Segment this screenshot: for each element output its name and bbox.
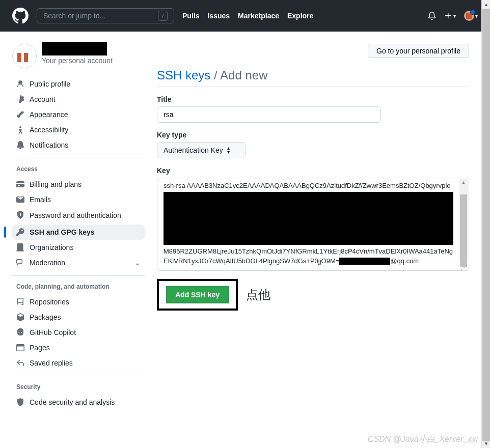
- section-security: Security: [12, 379, 145, 395]
- shield-icon: [16, 398, 24, 406]
- title-label: Title: [157, 95, 469, 103]
- keytype-label: Key type: [157, 131, 469, 139]
- repo-icon: [16, 298, 24, 306]
- nav-moderation[interactable]: Moderation⌄: [12, 255, 145, 270]
- watermark: CSDN @Java小白_Xerxer_xxi: [368, 434, 478, 445]
- add-ssh-key-button[interactable]: Add SSH key: [166, 286, 229, 303]
- scroll-down-icon[interactable]: ▼: [482, 439, 490, 448]
- accessibility-icon: [16, 126, 24, 134]
- nav-code-security[interactable]: Code security and analysis: [12, 395, 145, 410]
- nav-organizations[interactable]: Organizations: [12, 240, 145, 255]
- paintbrush-icon: [16, 110, 24, 119]
- annotation-text: 点他: [246, 287, 270, 303]
- section-code: Code, planning, and automation: [12, 279, 145, 294]
- shield-lock-icon: [16, 211, 24, 219]
- textarea-scrollbar[interactable]: ▲: [459, 179, 468, 260]
- page-scrollbar[interactable]: ▲ ▼: [481, 0, 490, 448]
- reply-icon: [16, 359, 24, 367]
- nav-password[interactable]: Password and authentication: [12, 207, 145, 225]
- chevron-down-icon: ⌄: [134, 259, 141, 267]
- profile-header: Your personal account: [12, 44, 145, 68]
- nav-marketplace[interactable]: Marketplace: [238, 12, 279, 20]
- key-label: Key: [157, 166, 469, 175]
- profile-subtitle: Your personal account: [42, 57, 113, 65]
- search-input[interactable]: [43, 12, 158, 20]
- key-textarea[interactable]: ssh-rsa AAAAB3NzaC1yc2EAAAADAQABAAABgQCz…: [157, 178, 469, 271]
- nav-packages[interactable]: Packages: [12, 310, 145, 325]
- search-slash-hint: /: [158, 11, 168, 21]
- header-nav: Pulls Issues Marketplace Explore: [182, 12, 313, 20]
- nav-notifications[interactable]: Notifications: [12, 137, 145, 153]
- copilot-icon: [16, 328, 24, 337]
- nav-pulls[interactable]: Pulls: [182, 12, 199, 20]
- key-icon: [16, 228, 24, 236]
- add-menu[interactable]: ▾: [444, 12, 456, 20]
- annotation-highlight-box: Add SSH key: [157, 279, 238, 311]
- nav-pages[interactable]: Pages: [12, 340, 145, 355]
- select-caret-icon: ▴▾: [227, 146, 230, 154]
- scroll-up-icon[interactable]: ▲: [482, 0, 490, 9]
- section-access: Access: [12, 161, 145, 177]
- global-header: / Pulls Issues Marketplace Explore ▾ ▾: [0, 0, 490, 32]
- nav-account[interactable]: Account: [12, 92, 145, 107]
- key-redacted: [164, 192, 453, 245]
- nav-accessibility[interactable]: Accessibility: [12, 122, 145, 137]
- nav-explore[interactable]: Explore: [287, 12, 313, 20]
- nav-emails[interactable]: Emails: [12, 192, 145, 207]
- keytype-select[interactable]: Authentication Key▴▾: [157, 142, 246, 158]
- breadcrumb-ssh-keys[interactable]: SSH keys: [157, 68, 210, 82]
- nav-public-profile[interactable]: Public profile: [12, 76, 145, 92]
- nav-billing[interactable]: Billing and plans: [12, 177, 145, 192]
- package-icon: [16, 313, 24, 321]
- bell-icon: [16, 141, 24, 149]
- go-to-profile-button[interactable]: Go to your personal profile: [368, 44, 469, 58]
- breadcrumb-current: Add new: [220, 68, 267, 82]
- comment-discussion-icon: [16, 259, 24, 267]
- github-logo[interactable]: [12, 8, 29, 24]
- nav-issues[interactable]: Issues: [207, 12, 230, 20]
- person-icon: [16, 80, 24, 88]
- resize-handle-icon[interactable]: ⋰: [460, 262, 468, 269]
- nav-saved-replies[interactable]: Saved replies: [12, 355, 145, 371]
- organization-icon: [16, 243, 24, 251]
- nav-ssh-keys[interactable]: SSH and GPG keys: [12, 225, 145, 240]
- mail-icon: [16, 195, 24, 204]
- settings-nav: Public profile Account Appearance Access…: [12, 76, 145, 153]
- notifications-icon[interactable]: [428, 12, 436, 20]
- key-email-redacted: [339, 258, 390, 265]
- nav-appearance[interactable]: Appearance: [12, 107, 145, 122]
- scrollbar-thumb[interactable]: [482, 9, 490, 441]
- gear-icon: [16, 95, 24, 103]
- profile-avatar[interactable]: [12, 44, 37, 68]
- nav-copilot[interactable]: GitHub Copilot: [12, 325, 145, 340]
- page-title: SSH keys / Add new: [157, 68, 469, 87]
- nav-repositories[interactable]: Repositories: [12, 294, 145, 310]
- profile-name-redacted: [42, 42, 107, 55]
- browser-icon: [16, 344, 24, 352]
- credit-card-icon: [16, 180, 24, 188]
- global-search[interactable]: /: [37, 8, 174, 23]
- user-menu[interactable]: ▾: [464, 11, 478, 21]
- title-input[interactable]: [157, 106, 381, 123]
